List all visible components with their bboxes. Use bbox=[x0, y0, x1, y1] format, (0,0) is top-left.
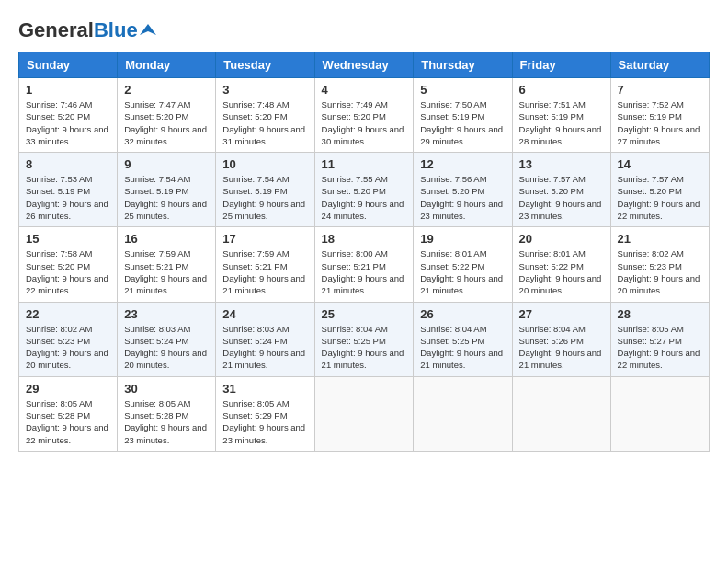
day-number: 19 bbox=[420, 232, 505, 246]
logo-general: General bbox=[18, 18, 94, 41]
day-of-week-header: Friday bbox=[512, 52, 610, 78]
day-number: 30 bbox=[124, 382, 209, 396]
day-number: 15 bbox=[26, 232, 110, 246]
svg-marker-0 bbox=[140, 24, 156, 35]
day-cell: 4Sunrise: 7:49 AM Sunset: 5:20 PM Daylig… bbox=[314, 78, 414, 153]
day-number: 5 bbox=[420, 83, 505, 97]
day-number: 11 bbox=[322, 157, 407, 171]
day-cell: 18Sunrise: 8:00 AM Sunset: 5:21 PM Dayli… bbox=[314, 227, 414, 302]
day-cell: 9Sunrise: 7:54 AM Sunset: 5:19 PM Daylig… bbox=[118, 153, 216, 227]
calendar-week-row: 8Sunrise: 7:53 AM Sunset: 5:19 PM Daylig… bbox=[19, 153, 710, 227]
day-cell: 23Sunrise: 8:03 AM Sunset: 5:24 PM Dayli… bbox=[118, 302, 216, 376]
day-number: 31 bbox=[222, 382, 307, 396]
day-info: Sunrise: 7:54 AM Sunset: 5:19 PM Dayligh… bbox=[222, 173, 307, 222]
calendar-header-row: SundayMondayTuesdayWednesdayThursdayFrid… bbox=[19, 52, 710, 78]
day-of-week-header: Saturday bbox=[610, 52, 709, 78]
day-number: 28 bbox=[618, 307, 702, 321]
day-cell: 26Sunrise: 8:04 AM Sunset: 5:25 PM Dayli… bbox=[414, 302, 512, 376]
day-cell: 15Sunrise: 7:58 AM Sunset: 5:20 PM Dayli… bbox=[19, 227, 118, 302]
day-of-week-header: Tuesday bbox=[216, 52, 314, 78]
day-cell: 6Sunrise: 7:51 AM Sunset: 5:19 PM Daylig… bbox=[512, 78, 610, 153]
logo-blue-text: Blue bbox=[94, 18, 138, 41]
day-info: Sunrise: 7:59 AM Sunset: 5:21 PM Dayligh… bbox=[124, 247, 209, 296]
calendar-table: SundayMondayTuesdayWednesdayThursdayFrid… bbox=[18, 52, 710, 452]
day-info: Sunrise: 8:01 AM Sunset: 5:22 PM Dayligh… bbox=[420, 247, 505, 296]
day-number: 1 bbox=[26, 83, 110, 97]
day-cell: 10Sunrise: 7:54 AM Sunset: 5:19 PM Dayli… bbox=[216, 153, 314, 227]
day-number: 20 bbox=[519, 232, 604, 246]
day-info: Sunrise: 7:53 AM Sunset: 5:19 PM Dayligh… bbox=[26, 173, 110, 222]
day-info: Sunrise: 7:52 AM Sunset: 5:19 PM Dayligh… bbox=[618, 98, 702, 147]
day-cell: 28Sunrise: 8:05 AM Sunset: 5:27 PM Dayli… bbox=[610, 302, 709, 376]
day-cell: 22Sunrise: 8:02 AM Sunset: 5:23 PM Dayli… bbox=[19, 302, 118, 376]
day-number: 22 bbox=[26, 307, 110, 321]
day-number: 7 bbox=[618, 83, 702, 97]
logo-text: GeneralBlue bbox=[18, 18, 138, 42]
day-info: Sunrise: 7:46 AM Sunset: 5:20 PM Dayligh… bbox=[26, 98, 110, 147]
day-info: Sunrise: 7:56 AM Sunset: 5:20 PM Dayligh… bbox=[420, 173, 505, 222]
day-number: 2 bbox=[124, 83, 209, 97]
day-number: 17 bbox=[222, 232, 307, 246]
day-number: 6 bbox=[519, 83, 604, 97]
day-info: Sunrise: 8:00 AM Sunset: 5:21 PM Dayligh… bbox=[322, 247, 407, 296]
day-cell: 11Sunrise: 7:55 AM Sunset: 5:20 PM Dayli… bbox=[314, 153, 414, 227]
day-cell: 2Sunrise: 7:47 AM Sunset: 5:20 PM Daylig… bbox=[118, 78, 216, 153]
logo-bird-icon bbox=[140, 22, 156, 39]
day-cell: 14Sunrise: 7:57 AM Sunset: 5:20 PM Dayli… bbox=[610, 153, 709, 227]
day-cell: 8Sunrise: 7:53 AM Sunset: 5:19 PM Daylig… bbox=[19, 153, 118, 227]
day-cell: 3Sunrise: 7:48 AM Sunset: 5:20 PM Daylig… bbox=[216, 78, 314, 153]
day-info: Sunrise: 8:04 AM Sunset: 5:25 PM Dayligh… bbox=[420, 323, 505, 372]
day-number: 10 bbox=[222, 157, 307, 171]
logo: GeneralBlue bbox=[18, 18, 156, 42]
day-number: 23 bbox=[124, 307, 209, 321]
day-info: Sunrise: 8:03 AM Sunset: 5:24 PM Dayligh… bbox=[124, 323, 209, 372]
calendar-week-row: 29Sunrise: 8:05 AM Sunset: 5:28 PM Dayli… bbox=[19, 376, 710, 451]
day-cell: 7Sunrise: 7:52 AM Sunset: 5:19 PM Daylig… bbox=[610, 78, 709, 153]
day-info: Sunrise: 7:49 AM Sunset: 5:20 PM Dayligh… bbox=[322, 98, 407, 147]
day-of-week-header: Monday bbox=[118, 52, 216, 78]
day-info: Sunrise: 7:47 AM Sunset: 5:20 PM Dayligh… bbox=[124, 98, 209, 147]
calendar-week-row: 22Sunrise: 8:02 AM Sunset: 5:23 PM Dayli… bbox=[19, 302, 710, 376]
empty-day-cell bbox=[314, 376, 414, 451]
day-info: Sunrise: 8:05 AM Sunset: 5:27 PM Dayligh… bbox=[618, 323, 702, 372]
day-cell: 16Sunrise: 7:59 AM Sunset: 5:21 PM Dayli… bbox=[118, 227, 216, 302]
day-info: Sunrise: 8:04 AM Sunset: 5:25 PM Dayligh… bbox=[322, 323, 407, 372]
day-number: 14 bbox=[618, 157, 702, 171]
day-info: Sunrise: 7:58 AM Sunset: 5:20 PM Dayligh… bbox=[26, 247, 110, 296]
day-cell: 30Sunrise: 8:05 AM Sunset: 5:28 PM Dayli… bbox=[118, 376, 216, 451]
page-header: GeneralBlue bbox=[18, 18, 710, 42]
empty-day-cell bbox=[414, 376, 512, 451]
day-cell: 19Sunrise: 8:01 AM Sunset: 5:22 PM Dayli… bbox=[414, 227, 512, 302]
empty-day-cell bbox=[610, 376, 709, 451]
day-info: Sunrise: 7:57 AM Sunset: 5:20 PM Dayligh… bbox=[519, 173, 604, 222]
day-number: 24 bbox=[222, 307, 307, 321]
day-of-week-header: Thursday bbox=[414, 52, 512, 78]
day-info: Sunrise: 8:01 AM Sunset: 5:22 PM Dayligh… bbox=[519, 247, 604, 296]
day-number: 29 bbox=[26, 382, 110, 396]
day-number: 12 bbox=[420, 157, 505, 171]
day-number: 16 bbox=[124, 232, 209, 246]
day-cell: 1Sunrise: 7:46 AM Sunset: 5:20 PM Daylig… bbox=[19, 78, 118, 153]
day-cell: 5Sunrise: 7:50 AM Sunset: 5:19 PM Daylig… bbox=[414, 78, 512, 153]
day-info: Sunrise: 7:54 AM Sunset: 5:19 PM Dayligh… bbox=[124, 173, 209, 222]
day-cell: 27Sunrise: 8:04 AM Sunset: 5:26 PM Dayli… bbox=[512, 302, 610, 376]
day-cell: 24Sunrise: 8:03 AM Sunset: 5:24 PM Dayli… bbox=[216, 302, 314, 376]
day-cell: 21Sunrise: 8:02 AM Sunset: 5:23 PM Dayli… bbox=[610, 227, 709, 302]
day-info: Sunrise: 7:50 AM Sunset: 5:19 PM Dayligh… bbox=[420, 98, 505, 147]
day-number: 25 bbox=[322, 307, 407, 321]
day-info: Sunrise: 8:05 AM Sunset: 5:29 PM Dayligh… bbox=[222, 397, 307, 446]
day-cell: 29Sunrise: 8:05 AM Sunset: 5:28 PM Dayli… bbox=[19, 376, 118, 451]
day-info: Sunrise: 8:04 AM Sunset: 5:26 PM Dayligh… bbox=[519, 323, 604, 372]
day-info: Sunrise: 8:05 AM Sunset: 5:28 PM Dayligh… bbox=[26, 397, 110, 446]
day-info: Sunrise: 7:59 AM Sunset: 5:21 PM Dayligh… bbox=[222, 247, 307, 296]
day-info: Sunrise: 8:05 AM Sunset: 5:28 PM Dayligh… bbox=[124, 397, 209, 446]
day-of-week-header: Sunday bbox=[19, 52, 118, 78]
calendar-week-row: 15Sunrise: 7:58 AM Sunset: 5:20 PM Dayli… bbox=[19, 227, 710, 302]
day-number: 3 bbox=[222, 83, 307, 97]
day-cell: 12Sunrise: 7:56 AM Sunset: 5:20 PM Dayli… bbox=[414, 153, 512, 227]
day-number: 27 bbox=[519, 307, 604, 321]
day-number: 26 bbox=[420, 307, 505, 321]
day-number: 9 bbox=[124, 157, 209, 171]
day-number: 18 bbox=[322, 232, 407, 246]
day-cell: 25Sunrise: 8:04 AM Sunset: 5:25 PM Dayli… bbox=[314, 302, 414, 376]
